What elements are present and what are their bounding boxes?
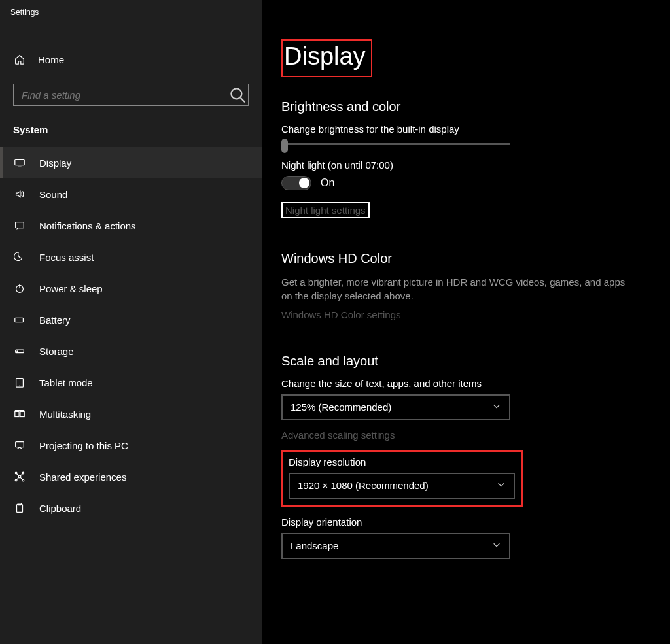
orientation-select[interactable]: Landscape xyxy=(281,533,510,559)
resolution-highlight: Display resolution 1920 × 1080 (Recommen… xyxy=(281,450,523,507)
nav-label: Clipboard xyxy=(39,503,81,514)
nav-item-storage[interactable]: Storage xyxy=(0,335,262,367)
moon-icon xyxy=(13,251,26,263)
brightness-slider-label: Change brightness for the built-in displ… xyxy=(281,124,650,135)
nav-item-display[interactable]: Display xyxy=(0,147,262,178)
text-size-value: 125% (Recommended) xyxy=(291,401,391,413)
hd-description: Get a brighter, more vibrant picture in … xyxy=(281,275,635,303)
section-brightness: Brightness and color xyxy=(281,99,650,114)
projecting-icon xyxy=(13,439,26,451)
nav-label: Storage xyxy=(39,346,74,357)
app-title: Settings xyxy=(0,0,262,20)
advanced-scaling-link[interactable]: Advanced scaling settings xyxy=(281,430,395,441)
shared-icon xyxy=(13,471,26,483)
section-hd-color: Windows HD Color xyxy=(281,251,650,266)
night-light-toggle[interactable] xyxy=(281,176,311,190)
svg-rect-10 xyxy=(16,442,24,447)
slider-thumb[interactable] xyxy=(281,139,288,153)
chevron-down-icon xyxy=(497,480,506,491)
home-icon xyxy=(13,54,26,65)
night-light-settings-link[interactable]: Night light settings xyxy=(281,202,370,218)
slider-track xyxy=(281,143,510,145)
storage-icon xyxy=(13,345,26,357)
group-label: System xyxy=(0,106,262,147)
nav-label: Notifications & actions xyxy=(39,220,136,231)
nav-item-focus-assist[interactable]: Focus assist xyxy=(0,241,262,273)
brightness-slider[interactable] xyxy=(281,140,510,149)
svg-rect-4 xyxy=(15,318,24,322)
night-light-label: Night light (on until 07:00) xyxy=(281,160,650,171)
nav-label: Projecting to this PC xyxy=(39,440,128,451)
nav-label: Focus assist xyxy=(39,252,94,263)
display-icon xyxy=(13,157,26,169)
page-title: Display xyxy=(284,43,366,71)
search-input[interactable] xyxy=(14,90,227,101)
nav-item-shared-experiences[interactable]: Shared experiences xyxy=(0,461,262,492)
notifications-icon xyxy=(13,220,26,231)
toggle-knob xyxy=(299,178,309,188)
orientation-value: Landscape xyxy=(291,540,338,551)
nav-item-power-sleep[interactable]: Power & sleep xyxy=(0,273,262,304)
nav-item-multitasking[interactable]: Multitasking xyxy=(0,398,262,430)
home-label: Home xyxy=(38,54,64,65)
nav-label: Display xyxy=(39,158,71,169)
svg-rect-2 xyxy=(16,222,24,228)
hd-color-settings-link[interactable]: Windows HD Color settings xyxy=(281,309,401,320)
resolution-value: 1920 × 1080 (Recommended) xyxy=(298,480,429,491)
svg-rect-16 xyxy=(17,505,23,513)
sidebar: Settings Home System Display Sound Notif… xyxy=(0,0,262,644)
svg-rect-9 xyxy=(20,411,24,416)
chevron-down-icon xyxy=(492,401,501,413)
resolution-select[interactable]: 1920 × 1080 (Recommended) xyxy=(289,473,515,499)
svg-rect-8 xyxy=(15,411,19,416)
clipboard-icon xyxy=(13,502,26,514)
main-content: Display Brightness and color Change brig… xyxy=(262,0,670,644)
nav-item-tablet-mode[interactable]: Tablet mode xyxy=(0,367,262,398)
nav-item-sound[interactable]: Sound xyxy=(0,178,262,210)
power-icon xyxy=(13,282,26,294)
page-title-highlight: Display xyxy=(281,39,372,77)
search-icon xyxy=(227,84,248,105)
battery-icon xyxy=(13,314,26,326)
search-box[interactable] xyxy=(13,84,249,106)
section-scale-layout: Scale and layout xyxy=(281,354,650,369)
nav-label: Multitasking xyxy=(39,409,91,420)
tablet-icon xyxy=(13,377,26,388)
nav-item-notifications[interactable]: Notifications & actions xyxy=(0,210,262,241)
svg-point-6 xyxy=(17,351,18,352)
svg-rect-1 xyxy=(15,160,24,165)
toggle-state: On xyxy=(321,177,334,189)
nav-label: Shared experiences xyxy=(39,471,126,483)
nav-item-clipboard[interactable]: Clipboard xyxy=(0,492,262,524)
multitasking-icon xyxy=(13,408,26,420)
text-size-label: Change the size of text, apps, and other… xyxy=(281,378,650,389)
chevron-down-icon xyxy=(492,540,501,551)
nav-item-projecting[interactable]: Projecting to this PC xyxy=(0,430,262,461)
nav-label: Tablet mode xyxy=(39,377,93,388)
nav-label: Power & sleep xyxy=(39,283,103,294)
nav-label: Battery xyxy=(39,314,71,326)
svg-point-0 xyxy=(231,88,241,99)
text-size-select[interactable]: 125% (Recommended) xyxy=(281,394,510,420)
nav-item-battery[interactable]: Battery xyxy=(0,304,262,335)
nav-label: Sound xyxy=(39,189,67,200)
sound-icon xyxy=(13,188,26,200)
home-nav[interactable]: Home xyxy=(0,47,262,72)
resolution-label: Display resolution xyxy=(289,456,515,467)
orientation-label: Display orientation xyxy=(281,517,650,528)
nav-list: Display Sound Notifications & actions Fo… xyxy=(0,147,262,524)
